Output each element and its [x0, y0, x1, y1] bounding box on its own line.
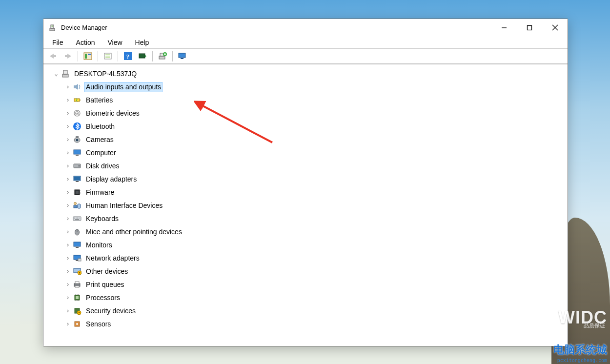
svg-rect-22 [159, 56, 165, 59]
add-driver-button[interactable] [156, 50, 169, 62]
svg-rect-62 [74, 218, 75, 219]
tree-item-monitor[interactable]: › Computer [47, 146, 568, 160]
disk-icon [73, 162, 81, 170]
svg-rect-44 [76, 155, 79, 156]
window-title: Device Manager [61, 24, 107, 31]
expand-icon[interactable]: › [64, 189, 72, 196]
remote-computer-button[interactable] [176, 50, 189, 62]
expand-icon[interactable]: › [64, 321, 72, 327]
tree-item-keyboard[interactable]: › Keyboards [47, 212, 568, 225]
expand-icon[interactable]: › [64, 255, 72, 262]
svg-marker-21 [145, 55, 146, 58]
monitor-icon [73, 241, 81, 249]
speaker-icon [73, 82, 81, 91]
svg-rect-8 [54, 55, 56, 57]
svg-rect-10 [65, 55, 67, 57]
tree-item-security[interactable]: › Security devices [47, 304, 568, 318]
show-hide-console-button[interactable] [81, 50, 95, 62]
tree-item-monitor[interactable]: › Monitors [47, 239, 568, 252]
expand-icon[interactable]: › [64, 242, 72, 248]
tree-item-disk[interactable]: › Disk drives [47, 160, 568, 173]
help-button[interactable]: ? [121, 50, 135, 62]
tree-item-network[interactable]: › Network adapters [47, 252, 568, 265]
expand-icon[interactable]: › [64, 136, 72, 143]
menu-action[interactable]: Action [70, 38, 101, 47]
expand-icon[interactable]: › [64, 202, 72, 209]
tree-item-display[interactable]: › Display adapters [47, 173, 568, 186]
svg-rect-66 [75, 219, 79, 220]
toolbar: ? [43, 49, 568, 64]
expand-icon[interactable]: › [64, 268, 72, 275]
tree-item-fingerprint[interactable]: › Biometric devices [47, 107, 568, 120]
tree-item-hid[interactable]: › Human Interface Devices [47, 199, 568, 212]
menu-view[interactable]: View [102, 38, 128, 47]
expand-icon[interactable]: › [64, 110, 72, 117]
tree-item-chip[interactable]: › Firmware [47, 186, 568, 199]
tree-item-label: Computer [84, 148, 117, 158]
expand-icon[interactable]: › [64, 123, 72, 130]
title-bar: Device Manager [43, 19, 568, 37]
collapse-icon[interactable]: ⌄ [52, 70, 60, 77]
expand-icon[interactable]: › [64, 162, 72, 169]
tree-item-label: Disk drives [84, 161, 121, 171]
expand-icon[interactable]: › [64, 97, 72, 103]
tree-root[interactable]: ⌄ DESKTOP-4L537JQ [47, 67, 568, 81]
expand-icon[interactable]: › [64, 228, 72, 235]
svg-rect-70 [76, 247, 79, 248]
svg-rect-73 [78, 259, 81, 261]
camera-icon [73, 135, 81, 144]
tree-item-printer[interactable]: › Print queues [47, 278, 568, 291]
tree-item-camera[interactable]: › Cameras [47, 133, 568, 146]
expand-icon[interactable]: › [64, 149, 72, 156]
tree-item-label: Network adapters [84, 253, 141, 263]
expand-icon[interactable]: › [64, 83, 72, 90]
svg-rect-34 [80, 100, 81, 101]
tree-item-label: Bluetooth [84, 121, 116, 132]
expand-icon[interactable]: › [64, 176, 72, 182]
menu-bar: File Action View Help [43, 37, 568, 49]
svg-marker-9 [67, 54, 71, 59]
expand-icon[interactable]: › [64, 215, 72, 222]
tree-item-bluetooth[interactable]: › Bluetooth [47, 120, 568, 133]
mouse-icon [73, 227, 81, 236]
tree-item-mouse[interactable]: › Mice and other pointing devices [47, 225, 568, 239]
tree-item-label: Display adapters [84, 174, 138, 184]
svg-text:?: ? [126, 53, 130, 60]
properties-button[interactable] [101, 50, 115, 62]
minimize-button[interactable] [491, 19, 517, 37]
tree-item-other[interactable]: › ? Other devices [47, 265, 568, 278]
svg-rect-27 [179, 53, 185, 58]
expand-icon[interactable]: › [64, 294, 72, 301]
svg-rect-78 [75, 282, 79, 283]
printer-icon [73, 280, 81, 289]
tree-item-label: Batteries [84, 95, 114, 105]
device-manager-window: Device Manager File Action View Help [43, 19, 568, 346]
tree-item-label: Cameras [84, 135, 115, 145]
tree-item-sensor[interactable]: › Sensors [47, 318, 568, 331]
device-tree[interactable]: ⌄ DESKTOP-4L537JQ › Audio inputs and out… [43, 64, 568, 334]
status-bar [43, 334, 568, 346]
close-button[interactable] [542, 19, 568, 37]
expand-icon[interactable]: › [64, 307, 72, 314]
tree-item-speaker[interactable]: › Audio inputs and outputs [47, 81, 568, 94]
tree-item-label: Monitors [84, 240, 114, 250]
computer-root-icon [61, 69, 70, 78]
sensor-icon [73, 320, 81, 328]
maximize-button[interactable] [517, 19, 542, 37]
chip-icon [73, 188, 81, 197]
svg-point-41 [76, 139, 79, 142]
svg-rect-28 [181, 58, 183, 59]
tree-item-cpu[interactable]: › Processors [47, 291, 568, 304]
menu-help[interactable]: Help [129, 38, 155, 47]
svg-rect-30 [63, 70, 67, 74]
tree-item-label: Human Interface Devices [84, 201, 164, 211]
svg-rect-59 [78, 204, 81, 208]
menu-file[interactable]: File [46, 38, 69, 47]
scan-hardware-button[interactable] [136, 50, 149, 62]
svg-rect-79 [75, 286, 79, 287]
tree-item-battery[interactable]: › Batteries [47, 94, 568, 107]
display-icon [73, 175, 81, 183]
content-area: ⌄ DESKTOP-4L537JQ › Audio inputs and out… [43, 64, 568, 334]
tree-item-label: Print queues [84, 280, 126, 290]
expand-icon[interactable]: › [64, 281, 72, 288]
